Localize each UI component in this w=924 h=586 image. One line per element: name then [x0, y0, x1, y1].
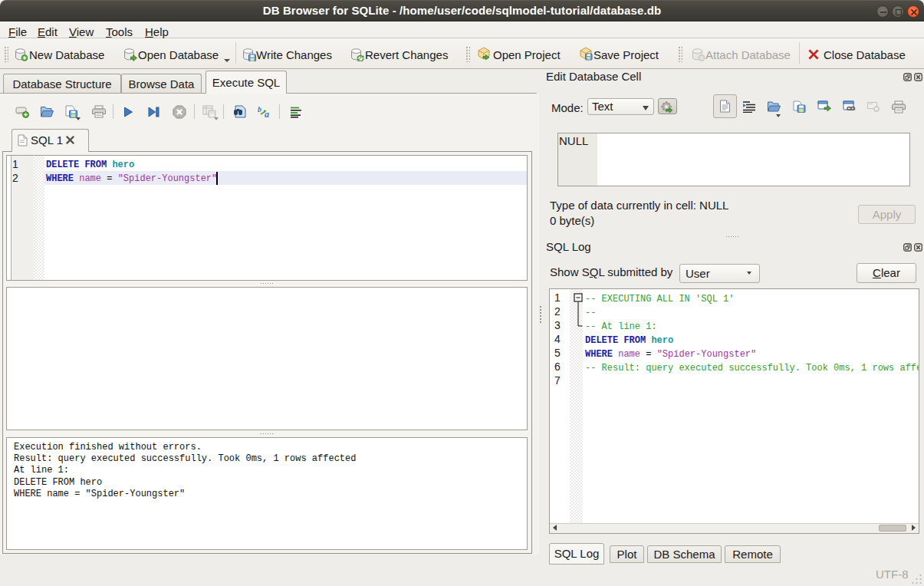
svg-text:b: b [258, 105, 261, 114]
